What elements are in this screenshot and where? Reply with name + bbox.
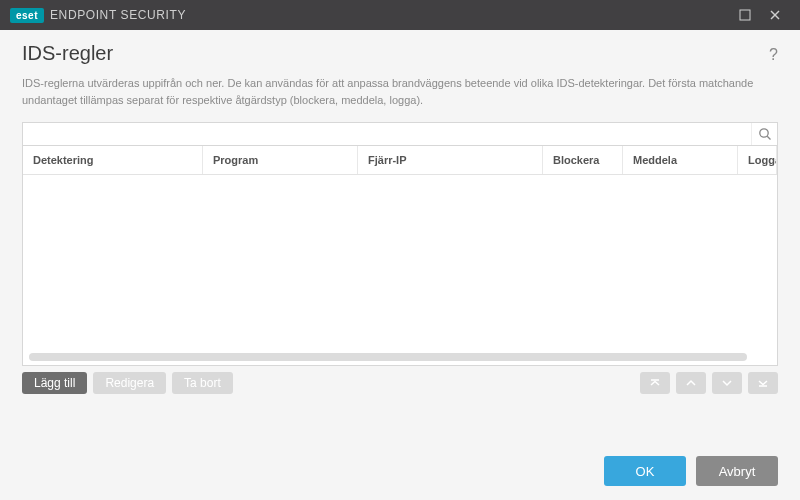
move-bottom-button bbox=[748, 372, 778, 394]
page-description: IDS-reglerna utvärderas uppifrån och ner… bbox=[22, 75, 762, 108]
brand-text: ENDPOINT SECURITY bbox=[50, 8, 186, 22]
col-detection[interactable]: Detektering bbox=[23, 146, 203, 174]
chevron-bottom-icon bbox=[757, 377, 769, 389]
col-log[interactable]: Logga bbox=[738, 146, 777, 174]
col-remote-ip[interactable]: Fjärr-IP bbox=[358, 146, 543, 174]
actions-row: Lägg till Redigera Ta bort bbox=[22, 372, 778, 394]
search-input[interactable] bbox=[23, 123, 751, 145]
delete-button: Ta bort bbox=[172, 372, 233, 394]
cancel-button[interactable]: Avbryt bbox=[696, 456, 778, 486]
col-block[interactable]: Blockera bbox=[543, 146, 623, 174]
move-top-button bbox=[640, 372, 670, 394]
svg-line-4 bbox=[767, 136, 770, 139]
ok-button[interactable]: OK bbox=[604, 456, 686, 486]
svg-point-3 bbox=[759, 129, 767, 137]
brand-badge: eset bbox=[10, 8, 44, 23]
minimize-icon bbox=[739, 9, 751, 21]
brand: eset ENDPOINT SECURITY bbox=[10, 8, 186, 23]
chevron-down-icon bbox=[721, 377, 733, 389]
table-header: Detektering Program Fjärr-IP Blockera Me… bbox=[23, 146, 777, 175]
col-program[interactable]: Program bbox=[203, 146, 358, 174]
rules-table: Detektering Program Fjärr-IP Blockera Me… bbox=[22, 146, 778, 366]
col-notify[interactable]: Meddela bbox=[623, 146, 738, 174]
chevron-up-icon bbox=[685, 377, 697, 389]
chevron-top-icon bbox=[649, 377, 661, 389]
edit-button: Redigera bbox=[93, 372, 166, 394]
search-icon bbox=[758, 127, 772, 141]
titlebar: eset ENDPOINT SECURITY bbox=[0, 0, 800, 30]
horizontal-scrollbar[interactable] bbox=[29, 353, 747, 361]
move-up-button bbox=[676, 372, 706, 394]
add-button[interactable]: Lägg till bbox=[22, 372, 87, 394]
search-row bbox=[22, 122, 778, 146]
window-close-button[interactable] bbox=[760, 0, 790, 30]
page-title: IDS-regler bbox=[22, 42, 769, 65]
move-down-button bbox=[712, 372, 742, 394]
help-button[interactable]: ? bbox=[769, 46, 778, 64]
content: IDS-regler ? IDS-reglerna utvärderas upp… bbox=[0, 30, 800, 406]
svg-rect-0 bbox=[740, 10, 750, 20]
window-minimize-button[interactable] bbox=[730, 0, 760, 30]
close-icon bbox=[769, 9, 781, 21]
table-body bbox=[23, 175, 777, 365]
search-button[interactable] bbox=[751, 123, 777, 145]
footer: OK Avbryt bbox=[604, 456, 778, 486]
